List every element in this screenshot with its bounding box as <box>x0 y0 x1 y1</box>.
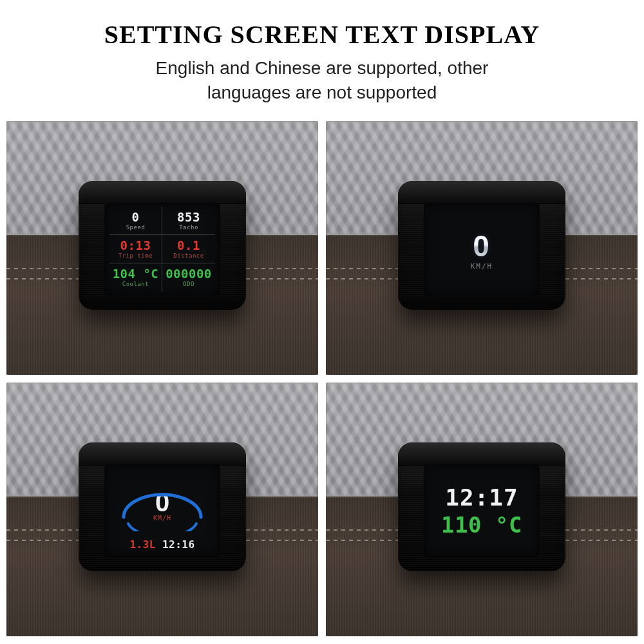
stat-tacho-value: 853 <box>177 211 200 223</box>
time-temp-readout: 12:17 110 °C <box>441 468 522 553</box>
stat-distance: 0.1 Distance <box>162 235 215 263</box>
ring-arcs-icon <box>114 472 211 531</box>
stat-grid: 0 Speed 853 Tacho 0:13 Trip time 0.1 Dis… <box>109 207 215 292</box>
subtitle-line-2: languages are not supported <box>207 82 437 102</box>
header: SETTING SCREEN TEXT DISPLAY English and … <box>0 0 644 121</box>
stat-distance-label: Distance <box>173 252 204 259</box>
speed-value: 0 <box>473 229 491 263</box>
stat-speed-label: Speed <box>126 224 146 231</box>
device-hood <box>79 442 246 466</box>
fuel-value: 1.3L <box>129 538 156 551</box>
device-screen: 0 KM/H <box>424 203 540 296</box>
stat-coolant-value: 104 °C <box>113 268 159 280</box>
hud-device: 12:17 110 °C <box>398 442 565 571</box>
speed-readout: 0 KM/H <box>471 207 493 292</box>
stat-triptime: 0:13 Trip time <box>109 235 162 263</box>
device-hood <box>79 181 246 204</box>
ring-footer: 1.3L 12:16 <box>109 538 215 551</box>
display-mode-speed-only: 0 KM/H <box>326 121 638 375</box>
stat-odo: 000000 ODO <box>162 263 215 292</box>
device-screen: 0 KM/H 1.3L 12:16 <box>104 464 220 557</box>
subtitle-line-1: English and Chinese are supported, other <box>156 58 489 78</box>
stat-triptime-label: Trip time <box>118 252 153 259</box>
stat-tacho: 853 Tacho <box>162 207 215 235</box>
page-subtitle: English and Chinese are supported, other… <box>13 56 631 105</box>
device-screen: 0 Speed 853 Tacho 0:13 Trip time 0.1 Dis… <box>104 203 220 296</box>
device-hood <box>398 181 565 204</box>
stat-tacho-label: Tacho <box>179 224 198 231</box>
stat-coolant: 104 °C Coolant <box>109 263 162 292</box>
device-screen: 12:17 110 °C <box>424 464 540 557</box>
display-mode-time-temp: 12:17 110 °C <box>326 383 638 636</box>
stat-speed: 0 Speed <box>109 207 162 235</box>
stat-odo-label: ODO <box>183 281 194 287</box>
hud-device: 0 KM/H <box>398 181 565 310</box>
stat-speed-value: 0 <box>132 211 140 223</box>
stat-coolant-label: Coolant <box>122 281 149 287</box>
hud-device: 0 Speed 853 Tacho 0:13 Trip time 0.1 Dis… <box>79 181 246 310</box>
hud-device: 0 KM/H 1.3L 12:16 <box>79 442 246 571</box>
display-mode-speed-ring: 0 KM/H 1.3L 12:16 <box>6 383 318 636</box>
display-mode-multistat: 0 Speed 853 Tacho 0:13 Trip time 0.1 Dis… <box>6 121 318 375</box>
stat-odo-value: 000000 <box>166 268 212 280</box>
stat-triptime-value: 0:13 <box>120 240 151 252</box>
display-mode-grid: 0 Speed 853 Tacho 0:13 Trip time 0.1 Dis… <box>0 121 644 643</box>
stat-distance-value: 0.1 <box>177 240 200 252</box>
page-title: SETTING SCREEN TEXT DISPLAY <box>13 19 631 50</box>
temperature-value: 110 °C <box>441 512 522 538</box>
device-hood <box>398 442 565 466</box>
clock-value: 12:17 <box>445 484 518 511</box>
speed-ring: 0 KM/H 1.3L 12:16 <box>109 468 215 553</box>
speed-unit: KM/H <box>471 262 493 270</box>
clock-value: 12:16 <box>162 538 195 551</box>
